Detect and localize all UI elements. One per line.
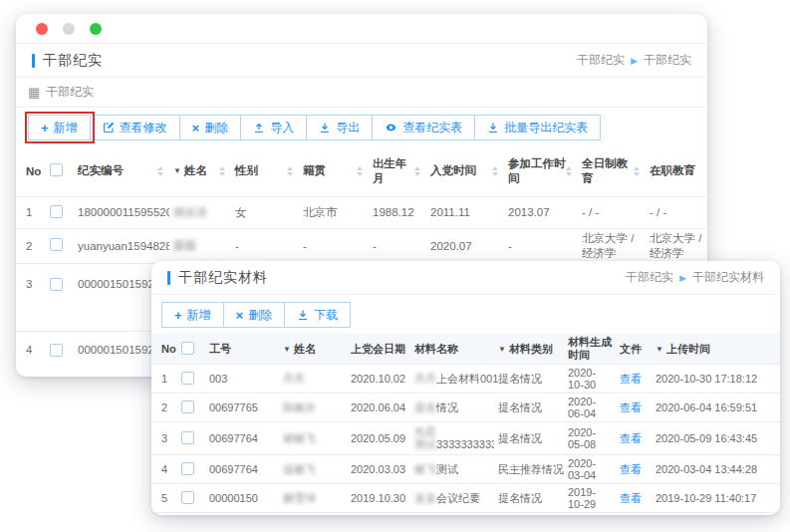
redacted-name: 糖雪球	[283, 492, 316, 504]
eye-icon	[385, 122, 397, 133]
download-button[interactable]: 下载	[284, 302, 351, 328]
breadcrumb-arrow-icon: ▶	[631, 56, 638, 66]
view-file-link[interactable]: 查看	[620, 373, 642, 385]
add-button[interactable]: + 新增	[28, 115, 91, 140]
view-file-link[interactable]: 查看	[620, 492, 642, 504]
redacted-name: 圆圆	[173, 239, 196, 251]
view-file-link[interactable]: 查看	[620, 401, 642, 413]
col-no: No	[161, 343, 176, 355]
sorter-icon[interactable]	[157, 166, 165, 176]
col-name: 姓名	[184, 163, 207, 178]
table-header-row: No 纪实编号 ▼姓名 性别 籍贯 出生年月 入党时间 参加工作时间 全日制教育…	[16, 146, 707, 196]
breadcrumb: 干部纪实 ▶ 干部纪实材料	[626, 269, 764, 286]
table-row[interactable]: 3 00697764 褚晓飞 2020.05.09 先是 测试333333333…	[151, 422, 780, 455]
sorter-icon[interactable]	[492, 166, 500, 176]
add-button[interactable]: + 新增	[161, 302, 224, 328]
col-party-join: 入党时间	[430, 163, 476, 178]
row-checkbox[interactable]	[50, 238, 63, 251]
col-meeting-date: 上党会日期	[351, 343, 405, 355]
table-row[interactable]: 4 00697764 温晓飞 2020.03.03 晓飞测试 民主推荐情况 20…	[151, 455, 780, 484]
col-no: No	[26, 165, 41, 177]
row-checkbox[interactable]	[181, 431, 194, 444]
front-window: 干部纪实材料 干部纪实 ▶ 干部纪实材料 + 新增 × 删除 下载 No	[151, 261, 780, 515]
col-native-place: 籍贯	[303, 163, 326, 178]
breadcrumb-item[interactable]: 干部纪实	[626, 269, 673, 286]
filter-icon[interactable]: ▼	[173, 166, 181, 175]
table-row[interactable]: 6 00697764 温晓飞 2019.10.30 某某会议纪要 提名情况 20…	[151, 513, 780, 516]
breadcrumb-item[interactable]: 干部纪实	[577, 52, 625, 69]
breadcrumb-arrow-icon: ▶	[679, 273, 686, 283]
table-row[interactable]: 5 00000150 糖雪球 2019.10.30 某某会议纪要 提名情况 20…	[151, 484, 780, 513]
redacted-name: 温晓飞	[283, 463, 316, 475]
view-file-link[interactable]: 查看	[620, 432, 642, 444]
close-icon: ×	[236, 309, 244, 322]
table-row[interactable]: 2 yuanyuan1594828800 圆圆 - - - 2020.07 - …	[16, 228, 707, 263]
row-checkbox[interactable]	[50, 344, 63, 357]
plus-icon: +	[41, 122, 49, 134]
close-window-icon[interactable]	[36, 23, 48, 35]
select-all-checkbox[interactable]	[181, 342, 194, 355]
plus-icon: +	[174, 309, 182, 322]
back-toolbar: + 新增 查看修改 × 删除 导入 导出 查看纪实表 批量导出纪实表	[16, 108, 707, 146]
select-all-checkbox[interactable]	[50, 163, 63, 176]
col-fulltime-edu: 全日制教育	[582, 156, 634, 186]
sorter-icon[interactable]	[414, 166, 422, 176]
section-header: ▦ 干部纪实	[16, 78, 707, 108]
col-name: 姓名	[294, 342, 316, 357]
col-onjob-edu: 在职教育	[650, 164, 695, 176]
redacted-name: 陈晓卉	[283, 401, 316, 413]
table-row[interactable]: 1 003 丹丹 2020.10.02 丹丹上会材料001 提名情况 2020-…	[151, 365, 780, 394]
maximize-window-icon[interactable]	[90, 23, 102, 35]
download-icon	[319, 122, 331, 133]
page-title: 干部纪实	[43, 52, 103, 70]
row-checkbox[interactable]	[50, 278, 63, 291]
back-page-header: 干部纪实 干部纪实 ▶ 干部纪实	[16, 44, 707, 78]
export-button[interactable]: 导出	[306, 115, 373, 140]
minimize-window-icon[interactable]	[63, 23, 75, 35]
row-checkbox[interactable]	[181, 462, 194, 475]
redacted-name: 测发语	[173, 206, 208, 218]
col-generated-time: 材料生成时间	[568, 336, 612, 361]
filter-icon[interactable]: ▼	[498, 345, 506, 354]
table-row[interactable]: 2 00697765 陈晓卉 2020.06.04 提名情况 提名情况 2020…	[151, 394, 780, 422]
download-icon	[297, 309, 309, 321]
title-accent-bar	[32, 54, 35, 68]
row-checkbox[interactable]	[181, 491, 194, 504]
breadcrumb-item-current: 干部纪实材料	[692, 269, 764, 286]
col-record-id: 纪实编号	[78, 163, 124, 178]
col-gender: 性别	[235, 163, 258, 178]
import-button[interactable]: 导入	[240, 115, 307, 140]
breadcrumb: 干部纪实 ▶ 干部纪实	[577, 52, 691, 69]
row-checkbox[interactable]	[181, 400, 194, 413]
breadcrumb-item-current: 干部纪实	[644, 52, 691, 69]
filter-icon[interactable]: ▼	[656, 345, 663, 354]
batch-export-record-table-button[interactable]: 批量导出纪实表	[474, 115, 601, 140]
title-accent-bar	[167, 271, 170, 285]
redacted-name: 褚晓飞	[283, 432, 316, 444]
view-file-link[interactable]: 查看	[620, 463, 642, 475]
page-title: 干部纪实材料	[178, 269, 268, 287]
row-checkbox[interactable]	[181, 372, 194, 385]
close-icon: ×	[192, 122, 200, 134]
sorter-icon[interactable]	[287, 166, 295, 176]
mac-titlebar	[16, 14, 707, 44]
view-edit-button[interactable]: 查看修改	[90, 115, 180, 140]
sorter-icon[interactable]	[219, 166, 227, 176]
delete-button[interactable]: × 删除	[179, 115, 242, 140]
table-header-row: No 工号 ▼姓名 上党会日期 材料名称 ▼材料类别 材料生成时间 文件 ▼上传…	[151, 334, 780, 365]
front-page-header: 干部纪实材料 干部纪实 ▶ 干部纪实材料	[151, 261, 780, 295]
col-job-no: 工号	[209, 343, 231, 355]
sorter-icon[interactable]	[357, 166, 365, 176]
col-material-name: 材料名称	[414, 343, 458, 355]
grid-icon: ▦	[28, 85, 40, 100]
filter-icon[interactable]: ▼	[283, 345, 291, 354]
col-birth-month: 出生年月	[373, 156, 414, 186]
delete-button[interactable]: × 删除	[223, 302, 286, 328]
col-file: 文件	[620, 343, 642, 355]
table-row[interactable]: 1 180000011595520000 测发语 女 北京市 1988.12 2…	[16, 196, 707, 228]
view-record-table-button[interactable]: 查看纪实表	[372, 115, 475, 140]
section-label: 干部纪实	[46, 84, 94, 101]
sorter-icon[interactable]	[634, 166, 642, 176]
row-checkbox[interactable]	[50, 205, 63, 218]
sorter-icon[interactable]	[566, 166, 574, 176]
